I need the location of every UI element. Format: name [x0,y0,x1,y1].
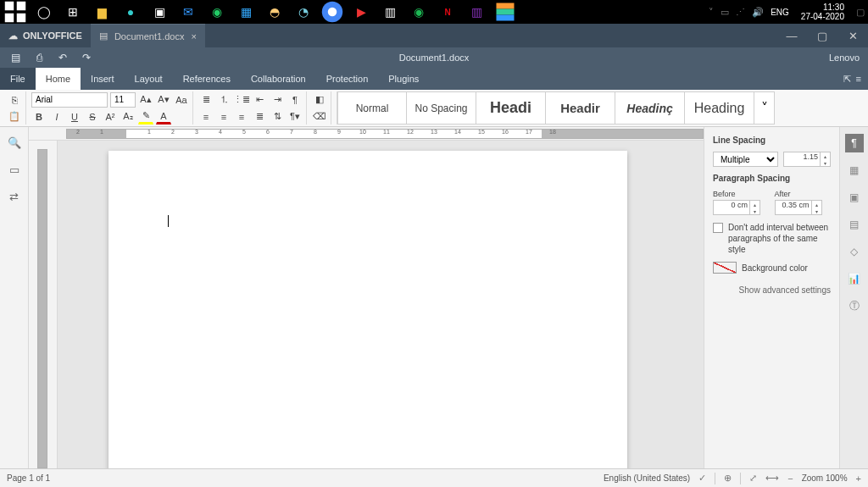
style-gallery-dropdown[interactable]: ˅ [754,91,775,125]
notifications-icon[interactable]: ▢ [856,7,865,18]
comments-icon[interactable]: ▭ [6,161,23,178]
fit-width-icon[interactable]: ⟷ [765,473,779,484]
chrome-icon[interactable] [320,0,344,24]
app4-icon[interactable] [493,0,517,24]
shape-panel-icon[interactable]: ◇ [845,242,864,261]
store-icon[interactable]: ▣ [147,0,171,24]
change-case-icon[interactable]: Aa [174,92,189,108]
header-panel-icon[interactable]: ▤ [845,215,864,234]
whatsapp-icon[interactable]: ◉ [205,0,229,24]
subscript-icon[interactable]: A₂ [120,109,136,125]
no-interval-checkbox[interactable]: Don't add interval between paragraphs of… [713,222,831,255]
paste-icon[interactable]: 📋 [7,109,22,125]
navigation-icon[interactable]: ⇄ [6,188,23,205]
tab-layout[interactable]: Layout [125,68,173,90]
netflix-icon[interactable]: N [436,0,459,24]
style-heading4[interactable]: Heading [685,91,754,125]
style-heading3[interactable]: Headinç [615,91,685,125]
horizontal-ruler[interactable]: 21123456789101112131415161718 [29,127,704,141]
edge-beta-icon[interactable]: ◔ [292,0,315,24]
align-left-icon[interactable]: ≡ [198,109,214,125]
background-color-row[interactable]: Background color [713,262,831,274]
page-indicator[interactable]: Page 1 of 1 [7,473,50,483]
image-panel-icon[interactable]: ▣ [845,188,864,207]
copy-icon[interactable]: ⎘ [7,92,22,108]
numbering-icon[interactable]: ⒈ [216,92,231,108]
strike-icon[interactable]: S [85,109,100,125]
align-right-icon[interactable]: ≡ [234,109,249,125]
battery-icon[interactable]: ▭ [721,7,729,18]
bullets-icon[interactable]: ≣ [198,92,214,108]
style-heading1[interactable]: Headi [476,91,546,125]
close-button[interactable]: ✕ [837,24,868,47]
app2-icon[interactable]: ◓ [263,0,287,24]
tab-insert[interactable]: Insert [81,68,125,90]
spellcheck-icon[interactable]: ✓ [698,473,706,484]
youtube-icon[interactable]: ▶ [349,0,373,24]
tab-collaboration[interactable]: Collaboration [241,68,316,90]
underline-icon[interactable]: U [67,109,82,125]
tab-protection[interactable]: Protection [316,68,379,90]
save-icon[interactable]: ▤ [5,49,25,66]
view-settings-icon[interactable]: ≡ [856,74,861,84]
zoom-level[interactable]: Zoom 100% [802,473,848,483]
explorer-icon[interactable]: ▆ [90,0,114,24]
app3-icon[interactable]: ▥ [378,0,402,24]
taskview-icon[interactable]: ⊞ [61,0,85,24]
wifi-icon[interactable]: ⋰ [736,7,745,18]
tab-references[interactable]: References [173,68,241,90]
tray-chevron-icon[interactable]: ˅ [709,7,714,18]
advanced-settings-link[interactable]: Show advanced settings [713,285,831,295]
zoom-in-icon[interactable]: + [856,473,861,484]
nonprinting-icon[interactable]: ¶ [287,92,303,108]
zoom-out-icon[interactable]: − [787,473,793,484]
paragraph-panel-icon[interactable]: ¶ [845,134,864,152]
tab-file[interactable]: File [0,68,36,90]
start-button[interactable] [3,0,27,24]
table-panel-icon[interactable]: ▦ [845,161,864,180]
user-label[interactable]: Lenovo [821,53,868,63]
bg-swatch-icon[interactable] [713,262,737,274]
vertical-ruler[interactable] [29,141,58,468]
spacing-after-input[interactable]: 0.35 cm▴▾ [775,200,822,215]
taskbar-language[interactable]: ENG [771,8,789,17]
cortana-icon[interactable]: ◯ [32,0,56,24]
chart-panel-icon[interactable]: 📊 [845,269,864,288]
highlight-icon[interactable]: ✎ [138,109,153,125]
multilevel-icon[interactable]: ⋮≣ [234,92,249,108]
maximize-button[interactable]: ▢ [807,24,837,47]
open-location-icon[interactable]: ⇱ [843,74,851,85]
style-no-spacing[interactable]: No Spacing [407,91,476,125]
spotify-icon[interactable]: ◉ [407,0,431,24]
line-spacing-icon[interactable]: ⇅ [270,109,285,125]
font-color-icon[interactable]: A [156,109,171,125]
font-name-select[interactable] [31,92,108,108]
justify-icon[interactable]: ≣ [252,109,267,125]
bold-icon[interactable]: B [31,109,47,125]
undo-icon[interactable]: ↶ [53,49,73,66]
increase-font-icon[interactable]: A▴ [138,92,153,108]
decrease-font-icon[interactable]: A▾ [156,92,171,108]
style-normal[interactable]: Normal [337,91,407,125]
tab-home[interactable]: Home [36,68,81,90]
line-spacing-value[interactable]: 1.15▴▾ [783,152,831,167]
redo-icon[interactable]: ↷ [76,49,97,66]
doc-language[interactable]: English (United States) [604,473,690,483]
increase-indent-icon[interactable]: ⇥ [270,92,285,108]
document-page[interactable] [108,151,627,468]
textart-panel-icon[interactable]: Ⓣ [845,296,864,315]
taskbar-clock[interactable]: 11:30 27-04-2020 [796,3,849,21]
decrease-indent-icon[interactable]: ⇤ [252,92,267,108]
track-changes-icon[interactable]: ⊕ [724,473,732,484]
style-heading2[interactable]: Headir [546,91,615,125]
minimize-button[interactable]: — [776,24,807,47]
superscript-icon[interactable]: A² [103,109,118,125]
page-viewport[interactable] [58,141,704,468]
italic-icon[interactable]: I [49,109,64,125]
tab-close-icon[interactable]: × [191,31,196,42]
document-tab[interactable]: ▤ Document1.docx × [91,24,205,47]
search-icon[interactable]: 🔍 [6,134,23,151]
paragraph-settings-icon[interactable]: ¶▾ [287,109,303,125]
print-icon[interactable]: ⎙ [29,49,49,66]
tab-plugins[interactable]: Plugins [378,68,429,90]
